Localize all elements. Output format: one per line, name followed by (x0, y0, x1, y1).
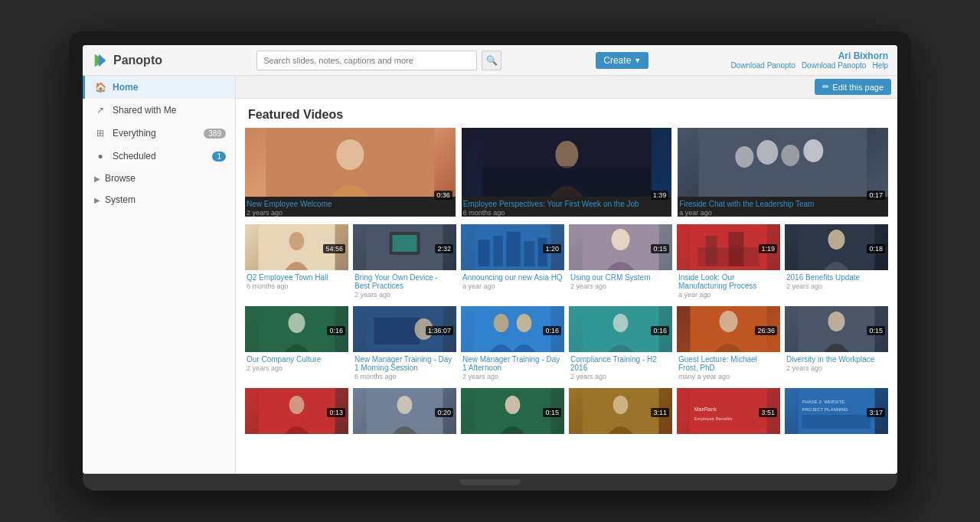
sr2-title-1[interactable]: New Manager Training - Day 1 Morning Ses… (354, 354, 455, 373)
small-thumb-1-5[interactable]: 0:18 2016 Benefits Update 2 years ago (785, 224, 888, 299)
small-thumb-1-3[interactable]: 0:15 Using our CRM System 2 years ago (569, 224, 672, 299)
sr1-title-0[interactable]: Q2 Employee Town Hall (247, 272, 347, 282)
sr3-duration-3: 3:11 (651, 408, 669, 417)
sr1-date-4: a year ago (678, 291, 779, 299)
svg-point-42 (720, 311, 738, 332)
sr2-title-5[interactable]: Diversity in the Workplace (786, 354, 887, 364)
sr3-duration-4: 3:51 (759, 408, 777, 417)
sr2-duration-2: 0:16 (543, 326, 561, 335)
video-date-2: a year ago (679, 209, 887, 217)
content-area: ✏ Edit this page Featured Videos (236, 76, 897, 474)
small-thumb-2-4[interactable]: 26:36 Guest Lecture: Michael Frost, PhD … (677, 306, 780, 380)
logo-text: Panopto (113, 54, 162, 67)
sr2-title-2[interactable]: New Manager Training - Day 1 Afternoon (462, 354, 563, 373)
user-name[interactable]: Ari Bixhorn (838, 51, 888, 61)
sr1-date-0: 6 months ago (247, 282, 347, 290)
download-link[interactable]: Download Panopto (730, 61, 795, 70)
sr1-title-4[interactable]: Inside Look: Our Manufacturing Process (678, 272, 779, 291)
sr1-title-2[interactable]: Announcing our new Asia HQ (462, 272, 563, 282)
create-button[interactable]: Create ▼ (596, 52, 648, 69)
svg-point-10 (782, 145, 800, 166)
featured-large-row: 0:36 New Employee Welcome 2 years ago (245, 128, 888, 217)
featured-thumb-2[interactable]: 0:17 Fireside Chat with the Leadership T… (678, 128, 888, 217)
search-button[interactable]: 🔍 (482, 51, 501, 70)
small-thumb-1-0[interactable]: 54:56 Q2 Employee Town Hall 6 months ago (245, 224, 348, 299)
sr1-date-3: 2 years ago (570, 282, 671, 290)
sr2-date-4: many a year ago (678, 373, 779, 380)
download-label-text[interactable]: Download Panopto (802, 61, 867, 70)
sr1-date-5: 2 years ago (786, 282, 887, 290)
sr3-duration-1: 0:20 (435, 408, 453, 417)
help-link[interactable]: Help (872, 61, 888, 70)
svg-rect-18 (479, 240, 490, 266)
top-bar: Panopto 🔍 Create ▼ Ari Bixhorn Download … (83, 45, 897, 76)
edit-page-button[interactable]: ✏ Edit this page (815, 79, 891, 95)
sr2-title-3[interactable]: Compliance Training - H2 2016 (570, 354, 671, 373)
sr2-duration-3: 0:16 (651, 326, 669, 335)
dropdown-arrow-icon: ▼ (634, 57, 641, 64)
sr3-duration-2: 0:15 (543, 408, 561, 417)
small-thumb-3-2[interactable]: 0:15 (461, 388, 564, 449)
svg-point-48 (397, 396, 413, 414)
sr1-duration-0: 54:56 (323, 244, 345, 253)
sr1-duration-1: 2:32 (435, 244, 453, 253)
sr1-title-3[interactable]: Using our CRM System (570, 272, 671, 282)
grid-icon: ⊞ (94, 127, 106, 139)
svg-point-40 (613, 314, 629, 332)
svg-point-52 (613, 396, 629, 414)
small-thumb-1-4[interactable]: 1:19 Inside Look: Our Manufacturing Proc… (677, 224, 780, 299)
sidebar-item-system[interactable]: ▶ System (83, 189, 235, 210)
sidebar-item-everything[interactable]: ⊞ Everything 389 (83, 122, 235, 145)
sr2-title-4[interactable]: Guest Lecture: Michael Frost, PhD (678, 354, 779, 373)
duration-0: 0:36 (434, 191, 452, 200)
sr1-title-1[interactable]: Bring Your Own Device - Best Practices (354, 272, 455, 291)
small-thumb-2-5[interactable]: 0:15 Diversity in the Workplace 2 years … (785, 306, 888, 380)
sidebar-scheduled-label: Scheduled (113, 151, 156, 161)
sr2-duration-1: 1:36:07 (426, 326, 453, 335)
sr1-duration-3: 0:15 (651, 244, 669, 253)
video-title-2[interactable]: Fireside Chat with the Leadership Team (679, 198, 887, 209)
user-actions: Download Panopto Download Panopto Help (730, 61, 888, 70)
svg-rect-34 (374, 318, 420, 344)
user-section: Ari Bixhorn Download Panopto Download Pa… (730, 51, 888, 70)
sidebar-item-browse[interactable]: ▶ Browse (83, 168, 235, 189)
search-area: 🔍 (256, 51, 501, 70)
featured-thumb-1[interactable]: 1:39 Employee Perspectives: Your First W… (462, 128, 672, 217)
sidebar-item-home[interactable]: 🏠 Home (83, 76, 235, 99)
svg-rect-16 (393, 235, 417, 252)
small-thumb-1-1[interactable]: 2:32 Bring Your Own Device - Best Practi… (353, 224, 456, 299)
sidebar: 🏠 Home ↗ Shared with Me ⊞ Everything 389… (83, 76, 236, 474)
small-thumb-2-3[interactable]: 0:16 Compliance Training - H2 2016 2 yea… (569, 306, 672, 380)
sr1-duration-2: 1:20 (543, 244, 561, 253)
small-thumb-2-2[interactable]: 0:16 New Manager Training - Day 1 Aftern… (461, 306, 564, 380)
svg-text:Employee Benefits: Employee Benefits (694, 416, 733, 421)
small-thumb-3-0[interactable]: 0:13 (245, 388, 348, 449)
sidebar-item-shared[interactable]: ↗ Shared with Me (83, 99, 235, 122)
svg-marker-1 (99, 54, 106, 67)
small-thumb-1-2[interactable]: 1:20 Announcing our new Asia HQ a year a… (461, 224, 564, 299)
search-input[interactable] (256, 51, 477, 70)
small-thumb-3-1[interactable]: 0:20 (353, 388, 456, 449)
sr2-duration-5: 0:15 (867, 326, 885, 335)
duration-1: 1:39 (651, 191, 669, 200)
svg-point-50 (505, 396, 521, 414)
sr1-title-5[interactable]: 2016 Benefits Update (786, 272, 887, 282)
small-row-2: 0:16 Our Company Culture 2 years ago (245, 306, 888, 380)
video-date-1: 6 months ago (463, 209, 671, 217)
sr1-date-2: a year ago (462, 282, 563, 290)
small-thumb-2-0[interactable]: 0:16 Our Company Culture 2 years ago (245, 306, 348, 380)
small-thumb-2-1[interactable]: 1:36:07 New Manager Training - Day 1 Mor… (353, 306, 456, 380)
svg-point-9 (757, 140, 779, 165)
small-thumb-3-3[interactable]: 3:11 (569, 388, 672, 449)
featured-thumb-0[interactable]: 0:36 New Employee Welcome 2 years ago (245, 128, 456, 217)
video-title-1[interactable]: Employee Perspectives: Your First Week o… (463, 198, 671, 209)
edit-page-label: Edit this page (832, 83, 884, 92)
small-thumb-3-4[interactable]: MaxRank Employee Benefits 3:51 (677, 388, 780, 449)
sr2-title-0[interactable]: Our Company Culture (247, 354, 347, 364)
sidebar-item-scheduled[interactable]: ● Scheduled 1 (83, 145, 235, 168)
create-label: Create (603, 55, 631, 66)
video-title-0[interactable]: New Employee Welcome (247, 198, 454, 209)
small-thumb-3-5[interactable]: PHASE 2: WEBSITE PROJECT PLANNING 3:17 (785, 388, 888, 449)
video-grid: 0:36 New Employee Welcome 2 years ago (236, 128, 897, 466)
sidebar-home-label: Home (113, 82, 138, 93)
